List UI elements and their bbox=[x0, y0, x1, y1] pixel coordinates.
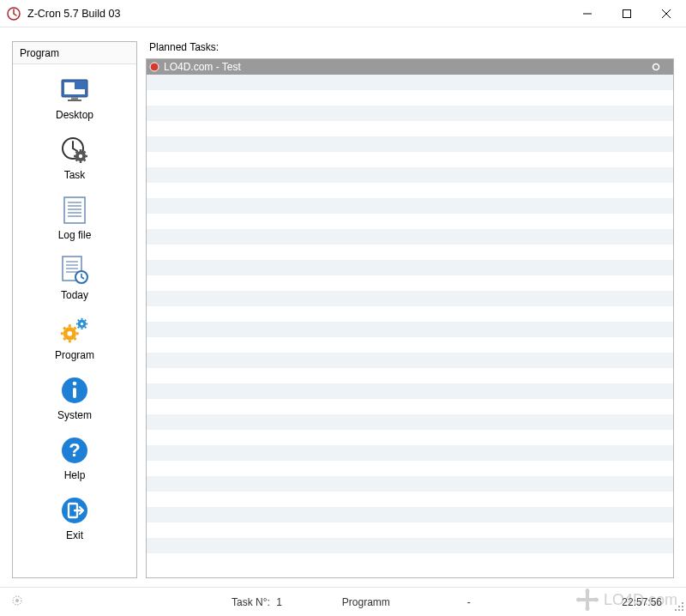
window-title: Z-Cron 5.7 Build 03 bbox=[27, 8, 568, 20]
task-row[interactable] bbox=[147, 507, 673, 522]
task-row[interactable] bbox=[147, 90, 673, 106]
sidebar-item-exit[interactable]: Exit bbox=[13, 495, 136, 541]
gears-icon bbox=[59, 315, 90, 346]
sidebar-item-label: Task bbox=[64, 169, 86, 181]
svg-point-25 bbox=[81, 323, 83, 325]
task-row[interactable] bbox=[147, 353, 673, 368]
task-row[interactable] bbox=[147, 291, 673, 306]
svg-point-28 bbox=[73, 382, 77, 386]
sidebar-item-label: Program bbox=[55, 349, 94, 361]
task-row[interactable] bbox=[147, 414, 673, 430]
clock-gear-icon bbox=[59, 135, 90, 166]
client-area: Program Desktop bbox=[0, 27, 686, 587]
sidebar-item-help[interactable]: ? Help bbox=[13, 435, 136, 481]
maximize-button[interactable] bbox=[607, 0, 647, 27]
task-row[interactable] bbox=[147, 461, 673, 476]
status-task-no: Task N°: 1 bbox=[223, 596, 291, 608]
sidebar-item-label: Log file bbox=[58, 229, 92, 241]
sidebar-item-task[interactable]: Task bbox=[13, 135, 136, 181]
sidebar-items: Desktop bbox=[13, 64, 136, 577]
task-row[interactable] bbox=[147, 492, 673, 507]
sidebar-item-label: Help bbox=[64, 469, 86, 481]
svg-rect-27 bbox=[73, 388, 76, 398]
task-row[interactable] bbox=[147, 183, 673, 198]
info-icon bbox=[59, 375, 90, 406]
svg-point-39 bbox=[678, 606, 680, 607]
task-row[interactable] bbox=[147, 214, 673, 229]
desktop-icon bbox=[59, 75, 90, 106]
task-row[interactable] bbox=[147, 322, 673, 337]
app-icon bbox=[7, 7, 21, 21]
sidebar-header: Program bbox=[13, 42, 136, 64]
svg-point-37 bbox=[682, 602, 683, 604]
task-row[interactable] bbox=[147, 306, 673, 322]
task-status-icon bbox=[147, 62, 162, 72]
task-row[interactable] bbox=[147, 260, 673, 275]
task-row[interactable] bbox=[147, 229, 673, 245]
sidebar-item-label: Today bbox=[61, 289, 88, 301]
status-program-value: - bbox=[459, 596, 479, 608]
status-task-no-label: Task N°: bbox=[232, 596, 270, 608]
task-row[interactable] bbox=[147, 476, 673, 492]
status-task-no-value: 1 bbox=[276, 596, 282, 608]
task-row[interactable] bbox=[147, 538, 673, 553]
resize-grip-icon[interactable] bbox=[674, 601, 684, 614]
statusbar: Task N°: 1 Programm - 22:57:56 bbox=[0, 587, 686, 616]
sidebar-item-label: Exit bbox=[66, 529, 83, 541]
minimize-button[interactable] bbox=[568, 0, 607, 27]
status-program-label: Programm bbox=[334, 596, 399, 608]
sidebar: Program Desktop bbox=[12, 41, 137, 578]
task-row[interactable] bbox=[147, 121, 673, 136]
task-row[interactable] bbox=[147, 553, 673, 569]
svg-point-36 bbox=[15, 599, 19, 602]
svg-rect-4 bbox=[75, 82, 85, 89]
svg-point-38 bbox=[682, 606, 683, 607]
task-row[interactable] bbox=[147, 75, 673, 90]
exit-icon bbox=[59, 495, 90, 526]
task-row[interactable] bbox=[147, 368, 673, 383]
svg-point-42 bbox=[675, 609, 677, 611]
task-row[interactable] bbox=[147, 275, 673, 291]
logfile-icon bbox=[59, 195, 90, 226]
task-row[interactable] bbox=[147, 430, 673, 445]
task-row[interactable]: LO4D.com - Test bbox=[147, 59, 673, 75]
svg-point-41 bbox=[678, 609, 680, 611]
svg-point-34 bbox=[653, 64, 659, 70]
task-row[interactable] bbox=[147, 337, 673, 353]
sidebar-item-label: System bbox=[57, 409, 92, 421]
svg-point-23 bbox=[67, 331, 72, 336]
help-icon: ? bbox=[59, 435, 90, 466]
main-panel: Planned Tasks: LO4D.com - Test bbox=[146, 41, 674, 578]
svg-text:?: ? bbox=[69, 439, 80, 461]
svg-point-40 bbox=[682, 609, 683, 611]
task-status-marker-icon bbox=[639, 63, 673, 71]
task-row[interactable] bbox=[147, 445, 673, 461]
svg-point-9 bbox=[79, 154, 82, 158]
svg-point-33 bbox=[150, 63, 159, 71]
task-row[interactable] bbox=[147, 167, 673, 183]
sidebar-item-program[interactable]: Program bbox=[13, 315, 136, 361]
task-row[interactable] bbox=[147, 399, 673, 414]
svg-rect-5 bbox=[71, 97, 78, 100]
sidebar-item-label: Desktop bbox=[56, 109, 93, 121]
svg-rect-6 bbox=[68, 100, 81, 101]
task-name: LO4D.com - Test bbox=[162, 61, 639, 73]
sidebar-item-logfile[interactable]: Log file bbox=[13, 195, 136, 241]
task-row[interactable] bbox=[147, 383, 673, 399]
task-row[interactable] bbox=[147, 198, 673, 214]
task-row[interactable] bbox=[147, 106, 673, 121]
svg-rect-10 bbox=[64, 197, 85, 223]
task-row[interactable] bbox=[147, 152, 673, 167]
task-row[interactable] bbox=[147, 522, 673, 538]
planned-tasks-label: Planned Tasks: bbox=[146, 41, 674, 58]
svg-rect-1 bbox=[623, 9, 631, 17]
sidebar-item-desktop[interactable]: Desktop bbox=[13, 75, 136, 121]
task-list[interactable]: LO4D.com - Test bbox=[146, 58, 674, 578]
task-row[interactable] bbox=[147, 245, 673, 260]
status-indicator-icon bbox=[11, 595, 23, 609]
sidebar-item-system[interactable]: System bbox=[13, 375, 136, 421]
task-row[interactable] bbox=[147, 136, 673, 152]
close-button[interactable] bbox=[647, 0, 686, 27]
sidebar-item-today[interactable]: Today bbox=[13, 255, 136, 301]
titlebar: Z-Cron 5.7 Build 03 bbox=[0, 0, 686, 27]
